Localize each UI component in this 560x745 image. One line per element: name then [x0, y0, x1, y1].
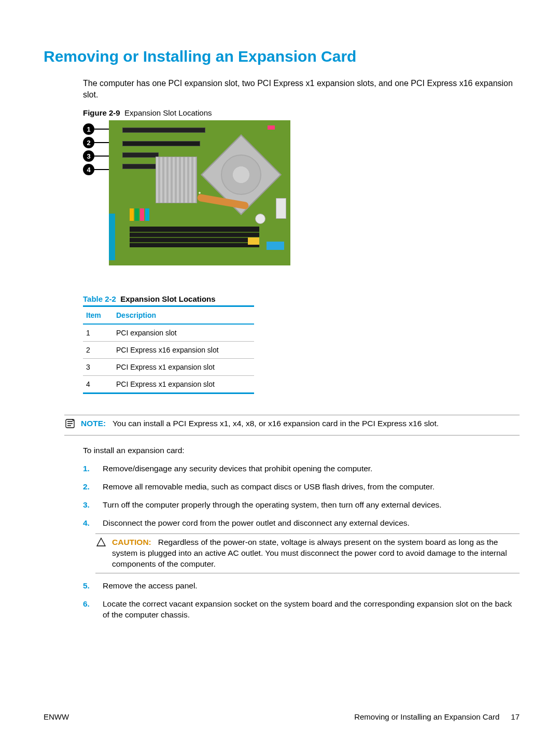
- table-row: 4 PCI Express x1 expansion slot: [83, 376, 254, 393]
- step-number: 4.: [83, 518, 95, 574]
- step-4: 4. Disconnect the power cord from the po…: [83, 518, 520, 574]
- io-ports-graphic: [109, 214, 115, 260]
- step-text: Remove/disengage any security devices th…: [103, 463, 520, 474]
- pci-slot-graphic: [122, 128, 205, 133]
- pcie-x16-slot-graphic: [122, 141, 200, 146]
- step-number: 3.: [83, 500, 95, 511]
- pcie-x1-slot-a-graphic: [122, 152, 159, 158]
- footer-page-number: 17: [511, 712, 520, 721]
- table-label: Table 2-2: [83, 294, 116, 303]
- footer-left: ENWW: [44, 712, 69, 721]
- table-row: 2 PCI Express x16 expansion slot: [83, 342, 254, 359]
- step-number: 2.: [83, 482, 95, 493]
- install-steps: 1. Remove/disengage any security devices…: [83, 463, 520, 621]
- header-graphic: [268, 125, 275, 130]
- sata-connector-graphic: [267, 242, 284, 250]
- step-text: Remove the access panel.: [103, 581, 520, 592]
- motherboard-illustration: [109, 120, 290, 265]
- figure-callouts: 1 2 3 4: [83, 123, 111, 175]
- caution-admonition: CAUTION: Regardless of the power-on stat…: [95, 533, 520, 573]
- step-text: Turn off the computer properly through t…: [103, 500, 520, 511]
- motherboard-figure: 1 2 3 4: [83, 120, 290, 265]
- table-caption-text: Expansion Slot Locations: [120, 294, 215, 303]
- step-text: Locate the correct vacant expansion sock…: [103, 599, 520, 621]
- chip-graphic: [248, 237, 259, 245]
- step-number: 1.: [83, 463, 95, 474]
- section-title: Removing or Installing an Expansion Card: [44, 48, 520, 65]
- page-footer: ENWW Removing or Installing an Expansion…: [44, 712, 520, 721]
- note-label: NOTE:: [81, 419, 106, 428]
- note-text: You can install a PCI Express x1, x4, x8…: [113, 419, 439, 428]
- note-icon: [64, 418, 76, 432]
- table-caption: Table 2-2 Expansion Slot Locations: [83, 294, 254, 303]
- cmos-battery-graphic: [255, 214, 265, 224]
- step-text: Remove all removable media, such as comp…: [103, 482, 520, 493]
- footer-section: Removing or Installing an Expansion Card: [354, 712, 499, 721]
- caution-label: CAUTION:: [112, 538, 151, 546]
- callout-2: 2: [83, 137, 94, 148]
- callout-4: 4: [83, 164, 94, 175]
- expansion-slot-table: Item Description 1 PCI expansion slot 2 …: [83, 305, 254, 394]
- figure-caption: Figure 2-9 Expansion Slot Locations: [83, 108, 520, 117]
- intro-paragraph: The computer has one PCI expansion slot,…: [83, 78, 520, 100]
- pcie-x1-slot-b-graphic: [122, 164, 159, 169]
- step-5: 5. Remove the access panel.: [83, 581, 520, 592]
- step-1: 1. Remove/disengage any security devices…: [83, 463, 520, 474]
- step-3: 3. Turn off the computer properly throug…: [83, 500, 520, 511]
- chipset-heatsink-graphic: [156, 157, 197, 203]
- caution-text: Regardless of the power-on state, voltag…: [112, 538, 507, 568]
- caution-icon: [95, 537, 107, 570]
- audio-jacks-graphic: [130, 208, 149, 221]
- note-admonition: NOTE: You can install a PCI Express x1, …: [64, 415, 520, 435]
- table-row: 1 PCI expansion slot: [83, 324, 254, 342]
- figure-label: Figure 2-9: [83, 108, 120, 117]
- step-2: 2. Remove all removable media, such as c…: [83, 482, 520, 493]
- power-connector-graphic: [276, 198, 286, 219]
- callout-3: 3: [83, 150, 94, 162]
- table-header-item: Item: [83, 306, 113, 325]
- step-text: Disconnect the power cord from the power…: [103, 518, 520, 529]
- step-number: 5.: [83, 581, 95, 592]
- ram-slots-graphic: [130, 227, 259, 247]
- table-row: 3 PCI Express x1 expansion slot: [83, 359, 254, 376]
- procedure-leadin: To install an expansion card:: [83, 446, 520, 455]
- table-header-description: Description: [113, 306, 254, 325]
- step-number: 6.: [83, 599, 95, 621]
- callout-1: 1: [83, 123, 94, 135]
- step-6: 6. Locate the correct vacant expansion s…: [83, 599, 520, 621]
